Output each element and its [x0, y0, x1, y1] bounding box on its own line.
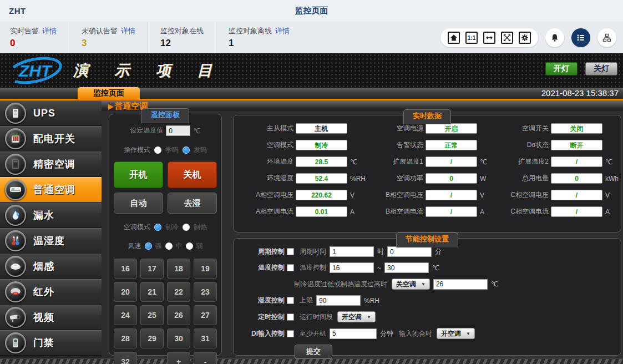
radio-heating[interactable] [183, 224, 190, 231]
bell-icon[interactable] [545, 28, 564, 47]
home-icon[interactable] [448, 32, 460, 44]
temp-over-value-input[interactable] [433, 279, 488, 290]
sidebar-item-ups[interactable]: UPS [0, 100, 102, 126]
realtime-cell: 环境湿度52.4%RH [236, 173, 366, 184]
temp-button[interactable]: 18 [167, 259, 190, 279]
sidebar-item-precision-ac[interactable]: 精密空调 [0, 151, 102, 177]
radio-send-code[interactable] [183, 146, 190, 154]
brand-logo: ZHT [9, 6, 26, 16]
value-box: 正常 [426, 140, 477, 150]
light-on-button[interactable]: 开灯 [545, 62, 578, 75]
unconfirmed-alarm-detail-link[interactable]: 详情 [121, 27, 135, 35]
value-box: / [551, 156, 602, 167]
temp-button[interactable]: 20 [114, 282, 137, 302]
temp-minus-button[interactable]: - [194, 352, 217, 364]
temp-button[interactable]: 30 [167, 328, 190, 348]
temp-button[interactable]: 32 [114, 352, 137, 364]
temp-button[interactable]: 28 [114, 328, 137, 348]
realtime-cell: C相空调电流/A [491, 206, 619, 217]
temp-button[interactable]: 22 [167, 282, 190, 302]
smoke-icon [5, 256, 26, 277]
radio-fan-low[interactable] [186, 242, 193, 250]
stat-label: 监控对象在线 [160, 27, 204, 35]
sidebar-item-infrared[interactable]: 红外 [0, 279, 102, 305]
temp-button[interactable]: 24 [114, 305, 137, 325]
water-leak-icon [5, 205, 26, 226]
offline-detail-link[interactable]: 详情 [275, 27, 290, 35]
value-box: 52.4 [296, 173, 347, 184]
sidebar-item-water-leak[interactable]: 漏水 [0, 203, 102, 228]
temp-button[interactable]: 21 [140, 282, 164, 302]
di-control-checkbox[interactable] [287, 330, 294, 337]
temp-button[interactable]: 23 [194, 282, 217, 302]
value-box: 主机 [296, 123, 347, 134]
view-toolbar: 1:1 [440, 28, 538, 47]
stats-bar: 实时告警详情 0 未确认告警详情 3 监控对象在线 12 监控对象离线详情 1 … [0, 22, 623, 53]
settings-icon[interactable] [519, 32, 531, 44]
topology-icon[interactable] [597, 28, 616, 47]
realtime-panel-tab: 实时数据 [403, 109, 451, 124]
temp-control-checkbox[interactable] [287, 264, 294, 271]
fit-width-icon[interactable] [483, 32, 495, 44]
temp-plus-button[interactable]: + [167, 352, 190, 364]
realtime-cell: 主从模式主机 [236, 123, 366, 134]
one-to-one-icon[interactable]: 1:1 [465, 32, 478, 44]
light-off-button[interactable]: 关灯 [585, 62, 617, 75]
temp-humidity-icon [5, 230, 26, 251]
radio-fan-medium[interactable] [165, 242, 173, 250]
cycle-hour-input[interactable] [330, 246, 374, 257]
stat-unconfirmed-alarm: 未确认告警详情 3 [79, 22, 148, 53]
timer-control-checkbox[interactable] [287, 314, 294, 321]
temp-button[interactable]: 31 [194, 328, 217, 348]
humidity-limit-input[interactable] [316, 295, 361, 306]
top-bar: ZHT 监控页面 [0, 0, 623, 22]
humidity-control-checkbox[interactable] [287, 297, 294, 304]
power-on-button[interactable]: 开机 [114, 161, 163, 188]
temp-button[interactable]: 27 [194, 305, 217, 325]
realtime-cell: 空调电源开启 [366, 123, 491, 134]
auto-button[interactable]: 自动 [114, 193, 163, 214]
temp-button[interactable]: 29 [140, 328, 164, 348]
realtime-alarm-detail-link[interactable]: 详情 [42, 27, 57, 35]
temp-button[interactable]: 17 [140, 259, 164, 279]
energy-panel-tab: 节能控制设置 [396, 232, 458, 247]
set-temp-input[interactable] [166, 125, 190, 136]
radio-cooling[interactable] [154, 224, 161, 231]
sidebar-item-smoke[interactable]: 烟感 [0, 254, 102, 279]
cycle-minute-input[interactable] [387, 246, 432, 257]
sidebar-item-ordinary-ac[interactable]: 普通空调 [0, 177, 102, 203]
temp-button[interactable]: 19 [194, 259, 217, 279]
temperature-numpad: 16 17 18 19 20 21 22 23 24 25 26 27 28 2… [114, 259, 217, 364]
timestamp: 2021-08-23 15:38:37 [541, 88, 619, 98]
radio-learn-code[interactable] [154, 146, 161, 154]
cycle-control-checkbox[interactable] [287, 248, 294, 255]
list-icon[interactable] [571, 28, 590, 47]
sidebar-item-temp-humidity[interactable]: 温湿度 [0, 228, 102, 254]
stat-value: 0 [10, 38, 57, 49]
di-minutes-input[interactable] [330, 328, 377, 339]
temp-low-input[interactable] [330, 262, 374, 273]
temp-button[interactable]: 26 [167, 305, 190, 325]
temp-button[interactable]: 16 [114, 259, 137, 279]
tab-monitor-page[interactable]: 监控页面 [78, 87, 140, 99]
submit-button[interactable]: 提交 [295, 345, 332, 359]
temp-high-input[interactable] [384, 262, 429, 273]
sidebar-item-video[interactable]: 视频 [0, 305, 102, 330]
power-off-button[interactable]: 关机 [168, 161, 217, 188]
door-access-icon [5, 332, 26, 353]
temp-button[interactable]: 25 [140, 305, 164, 325]
realtime-cell: C相空调电压/V [491, 190, 619, 200]
di-action-select[interactable]: 开空调▼ [437, 328, 475, 339]
sidebar-item-power-switch[interactable]: 配电开关 [0, 126, 102, 151]
op-mode-label: 操作模式 [124, 145, 150, 155]
stat-value: 1 [229, 38, 290, 49]
remote-panel-tab: 遥控面板 [141, 108, 189, 123]
radio-fan-high[interactable] [145, 242, 152, 250]
dehumidify-button[interactable]: 去湿 [168, 193, 217, 214]
stat-realtime-alarm: 实时告警详情 0 [8, 22, 69, 53]
timer-action-select[interactable]: 开空调▼ [337, 311, 376, 322]
toolbar: 1:1 [440, 22, 623, 53]
sidebar-item-door-access[interactable]: 门禁 [0, 330, 102, 356]
fullscreen-icon[interactable] [501, 32, 513, 44]
temp-over-action-select[interactable]: 关空调▼ [392, 279, 430, 290]
